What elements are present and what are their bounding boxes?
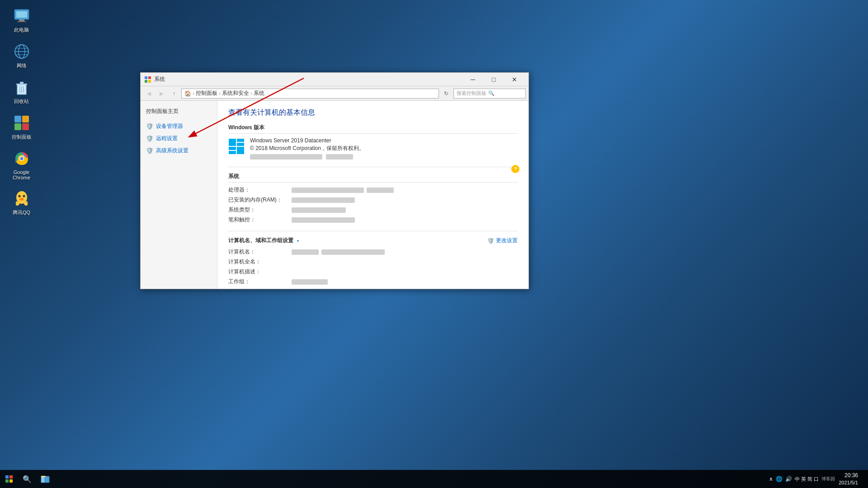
advanced-settings-label: 高级系统设置: [156, 147, 189, 155]
svg-rect-31: [148, 80, 151, 83]
search-placeholder: 搜索控制面板: [457, 90, 486, 97]
sys-type-row: 系统类型：: [228, 206, 518, 214]
up-button[interactable]: ↑: [169, 88, 179, 99]
computer-name-value: [292, 248, 385, 256]
minimize-button[interactable]: ─: [462, 73, 483, 86]
ram-row: 已安装的内存(RAM)：: [228, 196, 518, 204]
refresh-button[interactable]: ↻: [441, 88, 452, 99]
desktop-icon-network[interactable]: 网络: [5, 40, 38, 71]
os-key-bar-2: [326, 154, 353, 160]
taskbar-search-button[interactable]: 🔍: [18, 470, 36, 488]
os-name: Windows Server 2019 Datacenter: [250, 137, 364, 144]
taskbar: 🔍 ∧ 🌐 🔊 中 英 简 口 博客园 20:36 2021/5/1: [0, 470, 868, 488]
window-body: 控制面板主页 🛡️ 设备管理器 🛡️ 远程设置 🛡️ 高级系统设置 ? 查看有关…: [141, 101, 528, 289]
svg-rect-35: [229, 147, 236, 150]
svg-rect-17: [14, 123, 21, 130]
svg-rect-2: [19, 19, 24, 21]
tencent-qq-icon: [13, 189, 31, 207]
addr-segment-3: 系统: [254, 89, 264, 97]
tray-network-icon: 🌐: [776, 476, 783, 482]
sidebar: 控制面板主页 🛡️ 设备管理器 🛡️ 远程设置 🛡️ 高级系统设置: [141, 101, 217, 289]
window-title: 系统: [154, 75, 462, 83]
computer-desc-row: 计算机描述：: [228, 268, 518, 276]
back-button[interactable]: ◀: [143, 88, 154, 99]
device-manager-label: 设备管理器: [156, 122, 183, 130]
tray-blog-text: 博客园: [821, 476, 835, 482]
change-settings-button[interactable]: 🛡️ 更改设置: [487, 237, 518, 244]
svg-rect-36: [229, 151, 236, 154]
desktop-icon-this-pc[interactable]: 此电脑: [5, 5, 38, 36]
svg-rect-45: [41, 476, 45, 483]
change-settings-shield: 🛡️: [487, 238, 494, 244]
svg-rect-18: [22, 123, 29, 130]
ram-value: [292, 196, 355, 204]
device-manager-icon: 🛡️: [146, 123, 153, 130]
search-icon: 🔍: [23, 475, 32, 483]
this-pc-icon: [13, 7, 31, 25]
svg-rect-37: [237, 147, 244, 154]
help-button[interactable]: ?: [511, 165, 519, 173]
addr-segment-1: 控制面板: [196, 89, 217, 97]
pen-touch-label: 笔和触控：: [228, 216, 292, 224]
tray-chevron[interactable]: ∧: [769, 476, 773, 482]
os-copyright: © 2018 Microsoft Corporation，保留所有权利。: [250, 145, 364, 152]
start-button[interactable]: [0, 470, 18, 488]
svg-point-26: [23, 195, 25, 197]
sys-type-label: 系统类型：: [228, 206, 292, 214]
addr-sep-1: ›: [193, 90, 194, 97]
taskbar-item-explorer[interactable]: [36, 470, 54, 488]
computer-fullname-label: 计算机全名：: [228, 258, 292, 266]
google-chrome-label: Google Chrome: [7, 169, 36, 180]
computer-name-row: 计算机名：: [228, 248, 518, 256]
svg-rect-1: [16, 11, 27, 18]
sidebar-item-advanced-settings[interactable]: 🛡️ 高级系统设置: [141, 145, 217, 157]
desktop-icon-control-panel[interactable]: 控制面板: [5, 112, 38, 143]
addr-sep-2: ›: [219, 90, 221, 97]
workgroup-row: 工作组：: [228, 278, 518, 286]
pen-touch-row: 笔和触控：: [228, 216, 518, 224]
svg-rect-32: [229, 139, 236, 146]
svg-rect-34: [237, 143, 244, 146]
this-pc-label: 此电脑: [14, 27, 29, 33]
forward-button[interactable]: ▶: [156, 88, 167, 99]
desktop-icon-recycle-bin[interactable]: 回收站: [5, 76, 38, 107]
close-button[interactable]: ✕: [504, 73, 525, 86]
svg-rect-16: [22, 116, 29, 122]
clock-date: 2021/5/1: [839, 479, 858, 486]
addr-segment-2: 系统和安全: [222, 89, 249, 97]
svg-rect-43: [9, 479, 13, 483]
divider-1: [228, 167, 518, 167]
sidebar-item-device-manager[interactable]: 🛡️ 设备管理器: [141, 120, 217, 132]
title-bar-controls: ─ □ ✕: [462, 73, 525, 86]
taskbar-clock[interactable]: 20:36 2021/5/1: [839, 472, 858, 486]
change-settings-label: 更改设置: [496, 237, 518, 244]
address-path[interactable]: 🏠 › 控制面板 › 系统和安全 › 系统: [181, 89, 439, 99]
workgroup-label: 工作组：: [228, 278, 292, 286]
svg-rect-33: [237, 139, 244, 142]
remote-settings-icon: 🛡️: [146, 135, 153, 142]
desktop-icon-tencent-qq[interactable]: 腾讯QQ: [5, 187, 38, 218]
svg-point-24: [16, 191, 27, 204]
sys-type-value: [292, 206, 346, 214]
windows-logo: [228, 138, 245, 155]
control-panel-icon: [13, 114, 31, 132]
google-chrome-icon: [13, 150, 31, 168]
computer-fullname-row: 计算机全名：: [228, 258, 518, 266]
clock-time: 20:36: [839, 472, 858, 479]
desktop-icon-google-chrome[interactable]: Google Chrome: [5, 147, 38, 183]
network-label: 网络: [17, 62, 27, 69]
processor-row: 处理器：: [228, 186, 518, 194]
os-key-bar-1: [250, 154, 322, 160]
maximize-button[interactable]: □: [483, 73, 504, 86]
addr-home-icon: 🏠: [184, 90, 191, 97]
control-panel-label: 控制面板: [12, 134, 32, 141]
addr-sep-3: ›: [250, 90, 252, 97]
desktop-icons: 此电脑 网络 回收站: [0, 0, 43, 223]
processor-value: [292, 186, 394, 194]
svg-rect-11: [20, 82, 24, 84]
computer-name-section: 计算机名、域和工作组设置 🛡️ 更改设置 计算机名：: [228, 237, 518, 286]
search-box[interactable]: 搜索控制面板 🔍: [453, 89, 526, 99]
windows-edition-section: Windows 版本 Windows: [228, 124, 518, 160]
svg-rect-30: [145, 80, 147, 83]
sidebar-item-remote-settings[interactable]: 🛡️ 远程设置: [141, 132, 217, 145]
